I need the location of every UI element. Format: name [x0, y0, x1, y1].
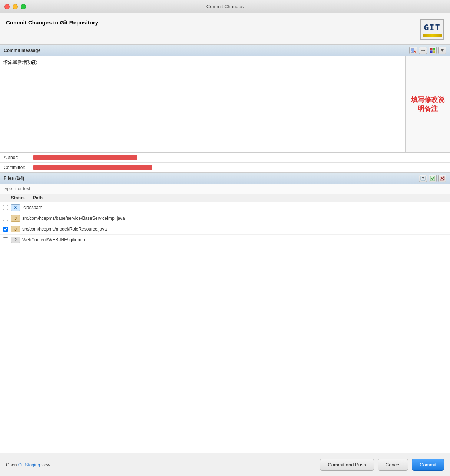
file-filter-input[interactable] [0, 184, 450, 194]
main-content: Commit Changes to Git Repository GIT Com… [0, 13, 450, 476]
file-type-icon-x: X [11, 204, 20, 211]
file-checkbox-1[interactable] [3, 216, 8, 221]
close-button[interactable] [4, 4, 10, 9]
file-checkbox-cell [0, 237, 11, 242]
git-staging-link-area: Open Git Staging view [6, 462, 50, 467]
author-label: Author: [4, 155, 33, 160]
file-type-icon-q: ? [11, 237, 20, 243]
view-label: view [40, 462, 50, 467]
check-all-icon[interactable] [429, 175, 437, 182]
git-logo-bar [423, 34, 442, 37]
cancel-button[interactable]: Cancel [378, 459, 408, 471]
file-path: .classpath [22, 205, 42, 210]
commit-message-section-header: Commit message A [0, 45, 450, 56]
svg-rect-7 [430, 51, 432, 53]
author-value-redacted [33, 155, 137, 160]
uncheck-all-icon[interactable] [438, 175, 446, 182]
maximize-button[interactable] [21, 4, 26, 9]
author-fields: Author: Committer: [0, 153, 450, 173]
path-column-header: Path [30, 195, 450, 201]
file-type-icon-j: J [11, 226, 20, 232]
commit-message-icons: A [409, 47, 446, 54]
svg-rect-6 [433, 48, 435, 50]
file-checkbox-0[interactable] [3, 205, 8, 210]
open-label: Open [6, 462, 18, 467]
svg-text:?: ? [422, 176, 424, 181]
committer-label: Committer: [4, 165, 33, 170]
file-path: WebContent/WEB-INF/.gitignore [22, 237, 86, 242]
commit-message-area: 填写修改说明备注 [0, 56, 450, 153]
window-title: Commit Changes [206, 4, 244, 9]
wrap-text-icon[interactable] [419, 47, 427, 54]
file-rows-container: X.classpathJsrc/com/hcepms/base/service/… [0, 202, 450, 245]
svg-text:A: A [411, 49, 413, 52]
commit-message-label: Commit message [4, 48, 40, 53]
minimize-button[interactable] [13, 4, 18, 9]
author-row: Author: [0, 153, 450, 163]
svg-rect-12 [430, 176, 435, 181]
table-row: X.classpath [0, 202, 450, 213]
commit-placeholder-hint: 填写修改说明备注 [406, 92, 450, 116]
table-row: ?WebContent/WEB-INF/.gitignore [0, 235, 450, 245]
commit-and-push-button[interactable]: Commit and Push [320, 459, 374, 471]
commit-message-input[interactable] [0, 56, 406, 152]
file-checkbox-3[interactable] [3, 237, 8, 242]
status-column-header: Status [0, 195, 30, 201]
unknown-files-icon[interactable]: ? [419, 175, 427, 182]
table-row: Jsrc/com/hcepms/model/RoleResource.java [0, 224, 450, 235]
files-table: Status Path X.classpathJsrc/com/hcepms/b… [0, 194, 450, 453]
file-checkbox-cell [0, 227, 11, 232]
files-section-icons: ? [419, 175, 446, 182]
more-options-icon[interactable] [438, 47, 446, 54]
files-table-header: Status Path [0, 194, 450, 202]
file-path: src/com/hcepms/base/service/BaseServiceI… [22, 216, 125, 221]
files-section-header: Files (1/4) ? [0, 173, 450, 184]
header-area: Commit Changes to Git Repository GIT [0, 13, 450, 45]
file-checkbox-cell [0, 216, 11, 221]
git-logo-text: GIT [424, 23, 441, 32]
spell-check-icon[interactable]: A [409, 47, 417, 54]
git-staging-link[interactable]: Git Staging [18, 462, 40, 467]
color-settings-icon[interactable] [429, 47, 437, 54]
commit-button[interactable]: Commit [412, 459, 444, 471]
file-checkbox-cell [0, 205, 11, 210]
files-section: Status Path X.classpathJsrc/com/hcepms/b… [0, 184, 450, 453]
bottom-bar: Open Git Staging view Commit and Push Ca… [0, 453, 450, 476]
commit-message-sidebar: 填写修改说明备注 [406, 56, 450, 152]
file-path: src/com/hcepms/model/RoleResource.java [22, 227, 107, 232]
svg-rect-5 [430, 48, 432, 50]
files-section-label: Files (1/4) [4, 176, 24, 181]
git-logo: GIT [420, 19, 444, 40]
table-row: Jsrc/com/hcepms/base/service/BaseService… [0, 213, 450, 224]
committer-value-redacted [33, 165, 152, 170]
svg-rect-8 [433, 51, 435, 53]
page-title: Commit Changes to Git Repository [6, 19, 98, 26]
title-bar: Commit Changes [0, 0, 450, 13]
window-controls [4, 4, 26, 9]
bottom-buttons: Commit and Push Cancel Commit [320, 459, 444, 471]
svg-marker-9 [441, 49, 444, 52]
file-type-icon-j: J [11, 215, 20, 222]
committer-row: Committer: [0, 163, 450, 172]
file-checkbox-2[interactable] [3, 227, 8, 232]
